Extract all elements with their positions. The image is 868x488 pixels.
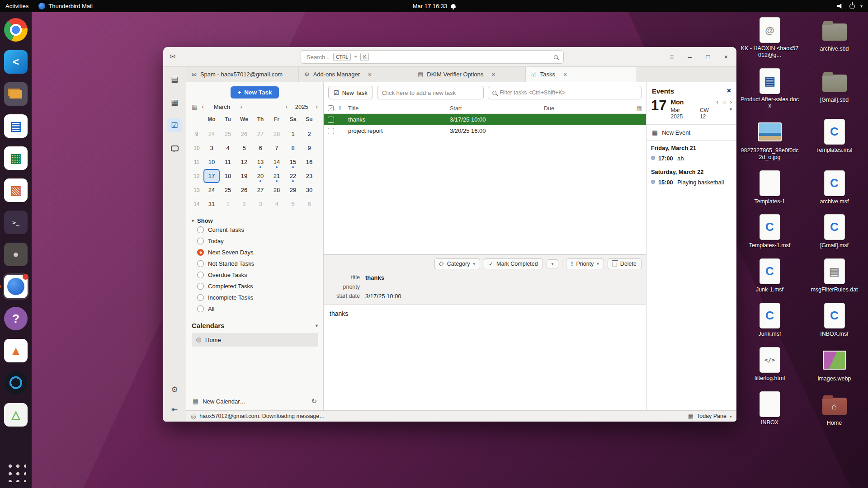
calendar-day[interactable]: 27 (252, 127, 269, 141)
calendar-list-item-home[interactable]: Home (192, 333, 318, 347)
refresh-icon[interactable]: ↻ (311, 397, 317, 405)
new-task-button-primary[interactable]: + New Task (231, 86, 278, 99)
desktop-icon[interactable]: </> filterlog.html (739, 347, 801, 382)
calendar-day[interactable]: 15 (285, 155, 301, 169)
priority-button[interactable]: ! Priority ▾ (566, 258, 604, 269)
dock-item-app-swirl[interactable] (3, 370, 29, 396)
chat-space-icon[interactable] (167, 141, 182, 155)
dock-item-thunderbird[interactable] (3, 273, 29, 300)
dock-item-vlc[interactable]: ▲ (3, 338, 29, 364)
desktop-icon[interactable]: C Junk.msf (739, 303, 801, 338)
calendar-day[interactable]: 25 (220, 127, 236, 141)
close-button[interactable]: × (722, 53, 730, 61)
tab-close-icon[interactable]: × (368, 71, 372, 78)
chevron-down-icon[interactable]: ▾ (192, 218, 194, 223)
tab-addons-manager[interactable]: ⚙ Add-ons Manager × (299, 67, 412, 82)
desktop-icon[interactable]: C Templates-1.msf (739, 214, 801, 249)
tasks-space-icon[interactable]: ☑ (167, 118, 182, 132)
close-icon[interactable]: × (727, 87, 731, 95)
desktop-icon[interactable]: C Junk-1.msf (739, 258, 801, 293)
settings-gear-icon[interactable]: ⚙ (167, 383, 182, 396)
maximize-button[interactable]: □ (704, 53, 712, 61)
mail-space-icon[interactable]: ✉ (170, 52, 175, 61)
category-button[interactable]: Category ▾ (434, 258, 480, 269)
tab-close-icon[interactable]: × (491, 71, 495, 78)
calendar-day[interactable]: 21 (269, 169, 285, 183)
mark-completed-button[interactable]: ✓ Mark Completed (484, 258, 543, 269)
dock-item-app-grid[interactable] (4, 460, 28, 483)
priority-column-header[interactable]: ! (339, 105, 348, 112)
calendar-day[interactable]: 27 (252, 183, 269, 197)
new-task-button[interactable]: ☑ New Task (328, 86, 373, 99)
desktop-icon[interactable]: INBOX (739, 391, 801, 427)
mark-completed-dropdown[interactable]: ▾ (547, 259, 559, 268)
calendar-day[interactable]: 31 (203, 197, 220, 211)
calendar-day[interactable]: 3 (203, 141, 220, 155)
calendar-day[interactable]: 12 (190, 169, 203, 183)
calendar-day[interactable]: 13 (190, 183, 203, 197)
calendar-day[interactable]: 6 (301, 197, 317, 211)
desktop-icon[interactable]: 9827327865_98e0f0dc2d_o.jpg (739, 119, 801, 161)
chevron-down-icon[interactable]: ▾ (730, 107, 732, 112)
calendar-day[interactable]: 20 (252, 169, 269, 183)
today-pane-toggle[interactable]: ▦ Today Pane ▾ (688, 413, 732, 420)
task-filter-option[interactable]: All (192, 303, 319, 314)
task-filter-option[interactable]: Current Tasks (192, 224, 319, 235)
completed-column-icon[interactable]: ✓ (328, 105, 334, 111)
next-month-button[interactable]: › (240, 103, 242, 110)
calendar-day[interactable]: 10 (190, 141, 203, 155)
delete-task-button[interactable]: Delete (608, 258, 642, 269)
calendar-day[interactable]: 12 (236, 155, 252, 169)
calendar-day[interactable]: 18 (220, 169, 236, 183)
minimize-button[interactable]: – (686, 53, 694, 61)
calendar-day[interactable]: 24 (203, 127, 220, 141)
calendar-day[interactable]: 28 (269, 183, 285, 197)
calendar-day[interactable]: 3 (252, 197, 269, 211)
filter-tasks-input[interactable] (500, 89, 637, 96)
dock-item-files[interactable] (3, 81, 29, 107)
filter-tasks-field[interactable] (488, 86, 642, 99)
clock-menu[interactable]: Mar 17 16:33 (413, 3, 456, 9)
task-row[interactable]: project report 3/20/25 16:00 (324, 125, 646, 136)
calendar-day[interactable]: 1 (220, 197, 236, 211)
activities-button[interactable]: Activities (5, 3, 28, 9)
focused-app-menu[interactable]: Thunderbird Mail (38, 3, 93, 9)
calendar-day[interactable]: 26 (236, 127, 252, 141)
calendar-day[interactable]: 11 (220, 155, 236, 169)
tab-close-icon[interactable]: × (563, 71, 567, 78)
today-button[interactable]: ○ (722, 99, 726, 105)
new-calendar-button[interactable]: ▦ New Calendar… ↻ (186, 392, 323, 410)
dock-item-libreoffice-calc[interactable]: ▦ (3, 145, 29, 171)
calendar-day[interactable]: 23 (301, 169, 317, 183)
calendar-day[interactable]: 8 (285, 141, 301, 155)
desktop-icon[interactable]: ▤ Product After-sales.docx (739, 68, 801, 110)
prev-month-button[interactable]: ‹ (202, 103, 204, 110)
calendar-day[interactable]: 4 (220, 141, 236, 155)
app-menu-button[interactable]: ≡ (668, 53, 676, 61)
task-filter-option[interactable]: Overdue Tasks (192, 269, 319, 281)
calendar-space-icon[interactable]: ▦ (167, 95, 182, 109)
column-picker-icon[interactable]: ▦ (632, 105, 646, 112)
task-description[interactable]: thanks (324, 305, 646, 410)
tab-dkim-verifier[interactable]: ▤ DKIM Verifier Options × (412, 67, 526, 82)
calendar-day[interactable]: 1 (285, 127, 301, 141)
calendar-day[interactable]: 5 (285, 197, 301, 211)
calendar-day[interactable]: 24 (203, 183, 220, 197)
desktop-icon[interactable]: images.webp (803, 347, 865, 382)
calendar-day[interactable]: 9 (301, 141, 317, 155)
desktop-icon[interactable]: Templates-1 (739, 170, 801, 205)
dock-item-help[interactable]: ? (3, 305, 29, 332)
task-filter-option[interactable]: Completed Tasks (192, 281, 319, 292)
desktop-icon[interactable]: archive.sbd (803, 17, 865, 59)
calendar-day[interactable]: 11 (190, 155, 203, 169)
desktop-icon[interactable]: C Templates.msf (803, 119, 865, 161)
task-row[interactable]: thanks 3/17/25 10:00 (324, 114, 646, 125)
calendar-day[interactable]: 14 (269, 155, 285, 169)
calendar-day[interactable]: 10 (203, 155, 220, 169)
dock-item-gimp[interactable]: ● (3, 241, 29, 267)
tab-spam-mail[interactable]: ✉ Spam - haox57012@gmail.com (186, 67, 299, 82)
calendar-day[interactable]: 2 (236, 197, 252, 211)
prev-year-button[interactable]: ‹ (286, 103, 288, 110)
task-filter-option[interactable]: Incomplete Tasks (192, 292, 319, 303)
next-day-button[interactable]: › (730, 99, 732, 105)
